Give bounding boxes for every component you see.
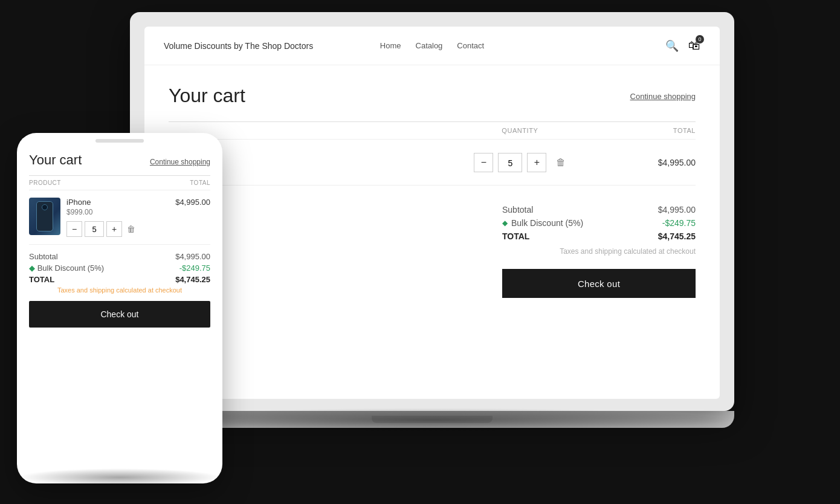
mobile-increment-button[interactable]: +	[106, 221, 122, 237]
mobile-cart-content: Your cart Continue shopping PRODUCT TOTA…	[17, 143, 222, 483]
mobile-continue-shopping-link[interactable]: Continue shopping	[150, 158, 210, 166]
mobile-total-value: $4,745.25	[175, 275, 210, 284]
col-header-total: TOTAL	[608, 127, 696, 134]
increment-button[interactable]: +	[527, 153, 546, 172]
cart-summary: Subtotal $4,995.00 ◆ Bulk Discount (5%) …	[169, 205, 696, 298]
mobile-device: Your cart Continue shopping PRODUCT TOTA…	[17, 133, 222, 483]
mobile-product-price: $999.00	[66, 208, 169, 216]
mobile-discount-row: ◆ Bulk Discount (5%) -$249.75	[29, 263, 210, 273]
mobile-col-total: TOTAL	[190, 179, 210, 186]
cart-badge: 0	[696, 35, 704, 44]
mobile-summary: Subtotal $4,995.00 ◆ Bulk Discount (5%) …	[29, 252, 210, 284]
mobile-subtotal-label: Subtotal	[29, 252, 58, 261]
brand-title: Volume Discounts by The Shop Doctors	[164, 41, 343, 51]
iphone-shape	[36, 201, 53, 231]
mobile-discount-icon: ◆	[29, 263, 35, 273]
checkout-button[interactable]: Check out	[502, 269, 696, 298]
mobile-quantity-stepper: − 5 + 🗑	[66, 221, 169, 237]
nav-contact[interactable]: Contact	[457, 41, 484, 50]
mobile-subtotal-value: $4,995.00	[175, 252, 210, 261]
mobile-total-label: TOTAL	[29, 275, 54, 284]
mobile-table-header: PRODUCT TOTAL	[29, 175, 210, 190]
cart-icon-button[interactable]: 🛍 0	[688, 39, 700, 53]
mobile-delete-button[interactable]: 🗑	[127, 224, 135, 234]
continue-shopping-link[interactable]: Continue shopping	[630, 92, 696, 101]
delete-item-button[interactable]: 🗑	[556, 157, 566, 168]
taxes-note: Taxes and shipping calculated at checkou…	[560, 247, 696, 256]
mobile-col-product: PRODUCT	[29, 179, 61, 186]
subtotal-label: Subtotal	[502, 205, 533, 215]
nav-links: Home Catalog Contact	[343, 41, 522, 50]
discount-label: ◆ Bulk Discount (5%)	[502, 218, 583, 228]
mobile-subtotal-row: Subtotal $4,995.00	[29, 252, 210, 261]
line-total: $4,995.00	[608, 158, 696, 167]
quantity-stepper: − 5 + 🗑	[432, 153, 608, 172]
cart-title: Your cart	[169, 85, 245, 107]
discount-row: ◆ Bulk Discount (5%) -$249.75	[502, 218, 696, 228]
mobile-checkout-button[interactable]: Check out	[29, 301, 210, 328]
mobile-product-name: iPhone	[66, 198, 169, 207]
total-label: TOTAL	[502, 231, 529, 241]
mobile-product-details: iPhone $999.00 − 5 + 🗑	[66, 198, 169, 237]
nav-icons: 🔍 🛍 0	[522, 39, 700, 53]
mobile-cart-header: Your cart Continue shopping	[29, 152, 210, 168]
table-header: QUANTITY TOTAL	[169, 121, 696, 139]
mobile-discount-value: -$249.75	[179, 263, 210, 273]
total-row: TOTAL $4,745.25	[502, 231, 696, 241]
laptop-screen: Volume Discounts by The Shop Doctors Hom…	[144, 27, 720, 399]
discount-icon: ◆	[502, 219, 508, 227]
discount-value: -$249.75	[662, 218, 696, 228]
subtotal-value: $4,995.00	[658, 205, 696, 215]
decrement-button[interactable]: −	[474, 153, 493, 172]
mobile-table-row: iPhone $999.00 − 5 + 🗑 $4,995.00	[29, 190, 210, 245]
mobile-total-row: TOTAL $4,745.25	[29, 275, 210, 284]
iphone-camera	[42, 204, 48, 210]
quantity-value: 5	[498, 153, 522, 172]
subtotal-row: Subtotal $4,995.00	[502, 205, 696, 215]
laptop-navbar: Volume Discounts by The Shop Doctors Hom…	[144, 27, 720, 65]
mobile-line-total: $4,995.00	[175, 198, 210, 207]
nav-catalog[interactable]: Catalog	[416, 41, 443, 50]
mobile-discount-label: ◆ Bulk Discount (5%)	[29, 263, 104, 273]
mobile-quantity-value: 5	[85, 221, 104, 237]
mobile-cart-title: Your cart	[29, 152, 82, 168]
table-row: iPhone $999.00 − 5 + 🗑 $4,995.00	[169, 139, 696, 186]
search-icon[interactable]: 🔍	[665, 39, 679, 53]
laptop-cart-content: Your cart Continue shopping QUANTITY TOT…	[144, 65, 720, 399]
product-image	[29, 198, 60, 235]
cart-header: Your cart Continue shopping	[169, 85, 696, 107]
mobile-taxes-note: Taxes and shipping calculated at checkou…	[29, 286, 210, 294]
mobile-decrement-button[interactable]: −	[66, 221, 82, 237]
col-header-quantity: QUANTITY	[432, 127, 608, 134]
nav-home[interactable]: Home	[380, 41, 401, 50]
mobile-shadow	[17, 468, 222, 486]
total-value: $4,745.25	[658, 231, 696, 241]
